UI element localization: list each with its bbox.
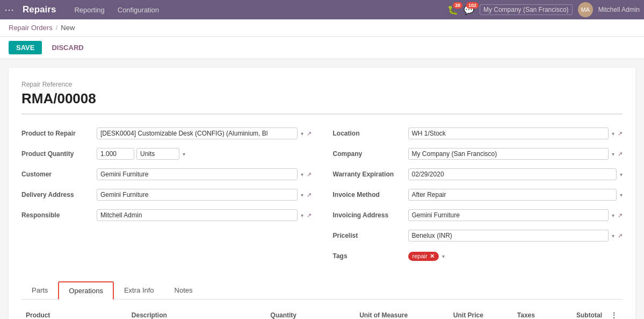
dropdown-arrow-icon: ▾	[301, 192, 303, 198]
field-select[interactable]: Gemini Furniture	[97, 189, 298, 201]
table-header-taxes: Taxes	[488, 308, 539, 319]
external-link-icon[interactable]: ↗	[307, 171, 312, 178]
field-label: Location	[333, 130, 408, 137]
field-label: Product to Repair	[21, 130, 97, 137]
units-select[interactable]: Units	[136, 148, 179, 160]
table-header-unit-price: Unit Price	[412, 308, 488, 319]
left-field-row: Delivery AddressGemini Furniture▾↗	[21, 187, 312, 203]
dropdown-arrow-icon: ▾	[301, 212, 303, 218]
left-field-row: ResponsibleMitchell Admin▾↗	[21, 207, 312, 223]
dropdown-arrow-icon: ▾	[612, 233, 614, 239]
external-link-icon[interactable]: ↗	[618, 232, 623, 239]
field-select[interactable]: Benelux (INR)	[408, 230, 609, 242]
field-label: Responsible	[21, 211, 97, 219]
field-label: Customer	[21, 171, 97, 178]
dropdown-arrow-icon: ▾	[183, 151, 185, 157]
breadcrumb-parent[interactable]: Repair Orders	[9, 24, 53, 32]
top-navigation: ⋯ Repairs Reporting Configuration 🐛 38 💬…	[0, 0, 644, 19]
external-link-icon[interactable]: ↗	[618, 151, 623, 158]
tab-operations[interactable]: Operations	[58, 281, 114, 300]
right-field-row: Invoice MethodAfter Repair▾	[333, 187, 623, 203]
nav-icons: 🐛 38 💬 102 My Company (San Francisco) MA…	[447, 2, 640, 17]
external-link-icon[interactable]: ↗	[618, 130, 623, 137]
avatar-initials: MA	[581, 6, 590, 13]
app-title: Repairs	[23, 4, 56, 15]
field-select[interactable]: Mitchell Admin	[97, 209, 298, 221]
table-header-quantity: Quantity	[233, 308, 301, 319]
quantity-input[interactable]	[97, 148, 134, 160]
tag-remove-icon[interactable]: ✕	[430, 253, 435, 260]
tag-label: repair	[413, 253, 428, 259]
main-form: Repair Reference RMA/00008 Product to Re…	[9, 68, 635, 319]
field-label: Warranty Expiration	[333, 171, 408, 178]
external-link-icon[interactable]: ↗	[307, 192, 312, 199]
bug-badge-count: 38	[453, 2, 462, 9]
discard-button[interactable]: DISCARD	[46, 41, 89, 54]
bug-icon[interactable]: 🐛 38	[447, 5, 458, 15]
company-selector[interactable]: My Company (San Francisco)	[480, 4, 573, 15]
form-fields-section: Product to Repair[DESK0004] Customizable…	[21, 125, 623, 268]
dropdown-arrow-icon: ▾	[301, 131, 303, 137]
field-label: Product Quantity	[21, 150, 97, 158]
tab-parts[interactable]: Parts	[21, 281, 58, 300]
dropdown-arrow-icon: ▾	[301, 172, 303, 178]
external-link-icon[interactable]: ↗	[307, 212, 312, 219]
left-field-row: Product QuantityUnits▾	[21, 146, 312, 162]
field-select[interactable]: 02/29/2020	[408, 168, 617, 180]
repair-ref-label: Repair Reference	[21, 81, 623, 88]
external-link-icon[interactable]: ↗	[307, 130, 312, 137]
field-label: Pricelist	[333, 232, 408, 239]
tabs-bar: PartsOperationsExtra InfoNotes	[21, 281, 623, 300]
field-select[interactable]: [DESK0004] Customizable Desk (CONFIG) (A…	[97, 127, 298, 139]
app-grid-icon[interactable]: ⋯	[4, 4, 14, 16]
field-select[interactable]: After Repair	[408, 189, 617, 201]
right-field-row: Tagsrepair ✕▾	[333, 248, 623, 264]
table-header-product: Product	[21, 308, 127, 319]
tab-notes[interactable]: Notes	[164, 281, 203, 300]
breadcrumb-separator: /	[56, 24, 58, 32]
field-label: Invoicing Address	[333, 211, 408, 219]
field-label: Tags	[333, 252, 408, 260]
right-field-row: LocationWH 1/Stock▾↗	[333, 125, 623, 141]
field-label: Delivery Address	[21, 191, 97, 199]
field-label: Company	[333, 150, 408, 158]
repair-ref-value: RMA/00008	[21, 90, 623, 115]
dropdown-arrow-icon: ▾	[612, 151, 614, 157]
nav-configuration[interactable]: Configuration	[114, 4, 162, 16]
external-link-icon[interactable]: ↗	[618, 212, 623, 219]
tag-repair[interactable]: repair ✕	[408, 252, 439, 261]
form-toolbar: SAVE DISCARD	[0, 37, 644, 59]
table-header-description: Description	[127, 308, 233, 319]
tab-extra_info[interactable]: Extra Info	[114, 281, 164, 300]
right-field-row: Invoicing AddressGemini Furniture▾↗	[333, 207, 623, 223]
left-form-col: Product to Repair[DESK0004] Customizable…	[21, 125, 312, 268]
field-select[interactable]: Gemini Furniture	[408, 209, 609, 221]
breadcrumb-current: New	[61, 24, 75, 32]
field-label: Invoice Method	[333, 191, 408, 199]
nav-reporting[interactable]: Reporting	[71, 4, 107, 16]
dropdown-arrow-icon: ▾	[620, 192, 623, 198]
chat-badge-count: 102	[466, 2, 479, 9]
dropdown-arrow-icon: ▾	[442, 253, 445, 259]
table-header-unit-of-measure: Unit of Measure	[301, 308, 412, 319]
avatar[interactable]: MA	[578, 2, 593, 17]
right-form-col: LocationWH 1/Stock▾↗CompanyMy Company (S…	[333, 125, 623, 268]
table-header-subtotal: Subtotal	[539, 308, 606, 319]
field-select[interactable]: My Company (San Francisco)	[408, 148, 609, 160]
right-field-row: CompanyMy Company (San Francisco)▾↗	[333, 146, 623, 162]
right-field-row: Warranty Expiration02/29/2020▾	[333, 166, 623, 182]
left-field-row: Product to Repair[DESK0004] Customizable…	[21, 125, 312, 141]
chat-icon[interactable]: 💬 102	[464, 5, 474, 15]
dropdown-arrow-icon: ▾	[612, 131, 614, 137]
user-name[interactable]: Mitchell Admin	[598, 6, 640, 13]
table-header-actions: ⋮	[606, 308, 623, 319]
left-field-row: CustomerGemini Furniture▾↗	[21, 166, 312, 182]
dropdown-arrow-icon: ▾	[612, 212, 614, 218]
breadcrumb: Repair Orders / New	[0, 19, 644, 37]
operations-table: ProductDescriptionQuantityUnit of Measur…	[21, 308, 623, 319]
field-select[interactable]: Gemini Furniture	[97, 168, 298, 180]
save-button[interactable]: SAVE	[9, 41, 42, 54]
right-field-row: PricelistBenelux (INR)▾↗	[333, 228, 623, 244]
field-select[interactable]: WH 1/Stock	[408, 127, 609, 139]
dropdown-arrow-icon: ▾	[620, 172, 623, 178]
